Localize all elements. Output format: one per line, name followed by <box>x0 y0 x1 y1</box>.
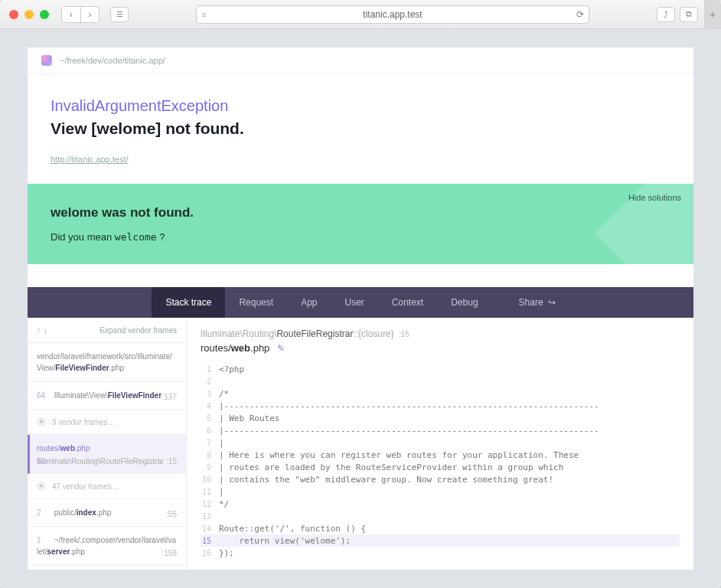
stack-frame[interactable]: 1 ~/freek/.composer/vendor/laravel/valet… <box>28 527 186 566</box>
frames-list: ↑ ↓ Expand vendor frames vendor/laravel/… <box>28 318 187 570</box>
address-bar[interactable]: ≡ titanic.app.test ⟳ <box>196 5 589 24</box>
exception-url[interactable]: http://titanic.app.test/ <box>51 155 129 164</box>
tab-context[interactable]: Context <box>378 287 437 318</box>
code-file-path: routes/web.php ✎ <box>201 342 680 354</box>
hide-solutions-link[interactable]: Hide solutions <box>628 193 681 202</box>
reload-icon[interactable]: ⟳ <box>576 9 584 20</box>
stack-frame[interactable]: vendor/laravel/framework/src/Illuminate/… <box>28 343 186 382</box>
code-line: 9| routes are loaded by the RouteService… <box>201 461 680 473</box>
solution-panel: Hide solutions welome was not found. Did… <box>28 184 693 264</box>
forward-button[interactable]: › <box>80 7 99 22</box>
sidebar-toggle-button[interactable]: ☰ <box>110 7 129 22</box>
tabs-button[interactable]: ⧉ <box>680 7 698 22</box>
breadcrumb: ~/freek/dev/code/titanic.app/ <box>28 47 693 74</box>
expand-icon: + <box>37 417 46 426</box>
breadcrumb-path: ~/freek/dev/code/titanic.app/ <box>60 56 165 65</box>
collapsed-frames[interactable]: + 47 vendor frames… <box>28 474 186 499</box>
tab-request[interactable]: Request <box>225 287 287 318</box>
share-icon: ↪ <box>548 297 556 308</box>
tab-app[interactable]: App <box>287 287 331 318</box>
app-logo-icon <box>41 55 52 66</box>
expand-icon: + <box>37 482 46 491</box>
solution-title: welome was not found. <box>51 205 670 220</box>
reader-icon: ≡ <box>201 10 206 19</box>
code-line: 5| Web Routes <box>201 412 680 424</box>
frame-nav-arrows[interactable]: ↑ ↓ <box>37 325 47 335</box>
share-browser-button[interactable]: ⤴ <box>657 7 675 22</box>
tab-share[interactable]: Share ↪ <box>505 287 569 318</box>
tab-user[interactable]: User <box>331 287 377 318</box>
code-line: 15 return view('welome'); <box>201 534 680 547</box>
exception-message: View [welome] not found. <box>51 119 670 138</box>
tab-stack-trace[interactable]: Stack trace <box>152 287 225 318</box>
code-line: 7| <box>201 436 680 449</box>
address-url: titanic.app.test <box>363 9 422 20</box>
back-button[interactable]: ‹ <box>62 7 80 22</box>
stack-frame[interactable]: 64 Illuminate\View\FileViewFinder :137 <box>28 382 186 410</box>
code-line: 10| contains the "web" middleware group.… <box>201 473 680 485</box>
browser-titlebar: ‹ › ☰ ≡ titanic.app.test ⟳ ⤴ ⧉ + <box>0 0 721 29</box>
exception-type: InvalidArgumentException <box>51 97 670 115</box>
code-line: 3/* <box>201 387 680 400</box>
edit-icon[interactable]: ✎ <box>277 343 285 354</box>
collapsed-frames[interactable]: + 3 vendor frames… <box>28 410 186 435</box>
code-listing: 1<?php23/*4|----------------------------… <box>201 363 680 559</box>
code-crumb: Illuminate\Routing\RouteFileRegistrar::{… <box>201 328 680 339</box>
code-line: 12*/ <box>201 498 680 510</box>
code-line: 4|--------------------------------------… <box>201 400 680 412</box>
window-controls <box>9 10 49 19</box>
code-line: 13 <box>201 510 680 522</box>
expand-vendor-frames[interactable]: Expand vendor frames <box>100 326 177 335</box>
code-line: 8| Here is where you can register web ro… <box>201 449 680 461</box>
close-window-button[interactable] <box>9 10 18 19</box>
new-tab-button[interactable]: + <box>704 0 721 29</box>
code-line: 6|--------------------------------------… <box>201 424 680 436</box>
code-line: 2 <box>201 375 680 387</box>
tab-debug[interactable]: Debug <box>437 287 491 318</box>
minimize-window-button[interactable] <box>24 10 34 19</box>
code-line: 1<?php <box>201 363 680 375</box>
tabs-bar: Stack trace Request App User Context Deb… <box>28 287 693 318</box>
code-panel: Illuminate\Routing\RouteFileRegistrar::{… <box>187 318 693 570</box>
zoom-window-button[interactable] <box>40 10 49 19</box>
code-line: 16}); <box>201 547 680 559</box>
stack-frame-active[interactable]: routes/web.php Illuminate\Routing\RouteF… <box>28 435 186 474</box>
solution-hint: Did you mean welcome ? <box>51 231 670 243</box>
code-line: 11| <box>201 485 680 498</box>
code-line: 14Route::get('/', function () { <box>201 522 680 534</box>
stack-frame[interactable]: 2 public/index.php :55 <box>28 499 186 527</box>
